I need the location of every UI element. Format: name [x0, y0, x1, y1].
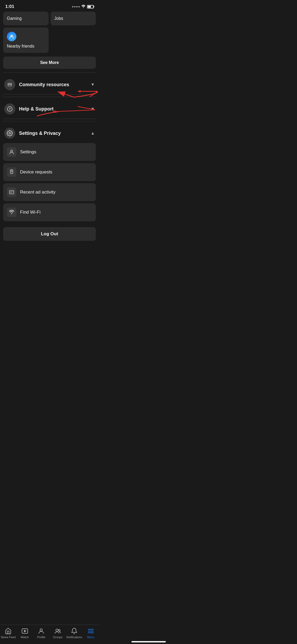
device-requests-label: Device requests	[20, 169, 52, 175]
recent-ad-label: Recent ad activity	[20, 190, 55, 195]
top-grid: Gaming Jobs	[3, 12, 96, 25]
sub-items-list: Settings Device requests	[3, 143, 96, 223]
svg-rect-13	[10, 191, 14, 194]
community-chevron: ▼	[91, 82, 95, 87]
svg-point-9	[11, 150, 12, 152]
svg-point-0	[83, 7, 84, 8]
settings-privacy-label: Settings & Privacy	[19, 131, 91, 136]
device-requests-item[interactable]: Device requests	[3, 163, 96, 181]
svg-rect-11	[11, 170, 12, 172]
battery-icon	[87, 5, 94, 8]
community-icon	[4, 79, 15, 90]
status-icons	[72, 4, 94, 9]
settings-item-icon	[7, 147, 16, 157]
community-label: Community resources	[19, 82, 91, 88]
settings-privacy-icon	[4, 128, 15, 139]
divider-2	[3, 97, 96, 97]
see-more-button[interactable]: See More	[3, 57, 96, 69]
settings-privacy-header[interactable]: Settings & Privacy ▲	[3, 123, 96, 143]
find-wifi-icon	[7, 208, 16, 217]
device-requests-icon	[7, 167, 16, 177]
svg-point-8	[9, 132, 11, 134]
help-icon: ?	[4, 103, 15, 114]
signal-dots	[72, 6, 80, 7]
divider-3	[3, 121, 96, 121]
settings-privacy-chevron: ▲	[91, 131, 95, 136]
recent-ad-item[interactable]: Recent ad activity	[3, 183, 96, 201]
settings-item[interactable]: Settings	[3, 143, 96, 161]
find-wifi-label: Find Wi-Fi	[20, 210, 40, 215]
wifi-icon	[81, 4, 86, 9]
svg-point-5	[10, 84, 11, 84]
settings-item-label: Settings	[20, 149, 36, 155]
community-resources-row[interactable]: Community resources ▼	[3, 75, 96, 95]
help-support-row[interactable]: ? Help & Support ▼	[3, 99, 96, 119]
svg-point-2	[11, 35, 12, 36]
svg-point-12	[11, 173, 12, 174]
logout-button[interactable]: Log Out	[3, 227, 96, 241]
nearby-friends-label: Nearby friends	[7, 44, 45, 49]
svg-point-4	[9, 84, 9, 84]
svg-point-14	[11, 213, 12, 214]
jobs-item[interactable]: Jobs	[51, 12, 96, 25]
recent-ad-icon	[7, 187, 16, 197]
jobs-label: Jobs	[54, 16, 63, 21]
svg-text:?: ?	[9, 107, 11, 111]
help-chevron: ▼	[91, 107, 95, 111]
find-wifi-item[interactable]: Find Wi-Fi	[3, 203, 96, 221]
nearby-friends-icon	[7, 32, 16, 41]
divider-1	[3, 72, 96, 73]
gaming-item[interactable]: Gaming	[3, 12, 49, 25]
gaming-label: Gaming	[7, 16, 22, 21]
status-time: 1:01	[5, 4, 14, 9]
nearby-friends-item[interactable]: Nearby friends	[3, 27, 49, 53]
main-content: Gaming Jobs Nearby friends See More	[0, 12, 99, 245]
status-bar: 1:01	[0, 0, 99, 12]
help-label: Help & Support	[19, 106, 91, 112]
